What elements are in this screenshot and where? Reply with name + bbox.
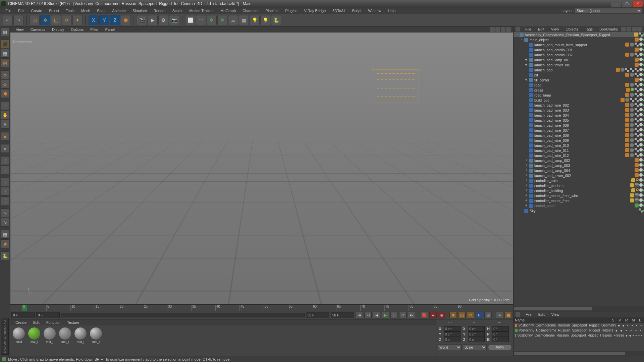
tag-o-icon[interactable] — [625, 43, 629, 47]
object-name[interactable]: controller_train — [534, 179, 639, 183]
layer-flag-icon[interactable]: ▪ — [634, 328, 638, 333]
add-spline-button[interactable]: 〰 — [196, 15, 206, 25]
tree-row[interactable]: launch_pad_wire_011 — [514, 148, 644, 153]
menu-motion-tracker[interactable]: Motion Tracker — [186, 8, 217, 13]
tag-o-icon[interactable] — [625, 128, 629, 132]
object-name[interactable]: launch_pad_wire_005 — [534, 118, 639, 122]
tree-row[interactable]: launch_pad_wire_007 — [514, 128, 644, 133]
menu-animate[interactable]: Animate — [109, 8, 129, 13]
tag-dot-icon[interactable] — [639, 78, 643, 81]
tag-dot-icon[interactable] — [639, 203, 643, 207]
tag-dot-icon[interactable] — [639, 183, 643, 187]
tag-dot-icon[interactable] — [639, 73, 643, 76]
texture-mode-button[interactable]: ▦ — [1, 49, 9, 58]
om-config-icon[interactable] — [516, 27, 520, 32]
layer-flag-icon[interactable]: ▪ — [633, 334, 634, 338]
object-name[interactable]: launch_pad_wire_006 — [534, 123, 639, 127]
edge-mode-button[interactable]: ⬙ — [1, 80, 9, 88]
expand-icon[interactable]: + — [524, 78, 528, 82]
object-name[interactable]: main_object — [530, 38, 639, 42]
mat-menu-function[interactable]: Function — [43, 320, 64, 325]
axis-z-button[interactable]: Z — [110, 15, 120, 25]
tree-row[interactable]: road — [514, 82, 644, 87]
object-name[interactable]: launch_pad_wire_012 — [534, 154, 639, 158]
material-item[interactable]: mat_i — [58, 327, 72, 344]
tag-o-icon[interactable] — [625, 93, 629, 97]
tag-chk-icon[interactable] — [635, 108, 639, 112]
menu-script[interactable]: Script — [348, 8, 365, 13]
filter4-button[interactable]: ⋮ — [1, 178, 9, 186]
menu-edit[interactable]: Edit — [15, 8, 28, 13]
viewport-pan-icon[interactable] — [495, 27, 500, 32]
expand-icon[interactable] — [524, 143, 528, 147]
tree-row[interactable]: launch_pad_wire_003 — [514, 108, 644, 113]
key-param-button[interactable]: P — [476, 312, 483, 318]
tag-dot-icon[interactable] — [639, 68, 643, 71]
tree-row[interactable]: road_lamp — [514, 93, 644, 98]
tag-o-icon[interactable] — [625, 83, 629, 87]
tag-no-icon[interactable] — [636, 178, 639, 181]
om-menu-tags[interactable]: Tags — [582, 27, 596, 32]
layer-row[interactable]: Vostochny_Cosmodrome_Russian_Spaceport_R… — [514, 333, 644, 338]
tree-row[interactable]: +launch_pad_lamp_003 — [514, 163, 644, 168]
layer-flag-icon[interactable]: ▪ — [641, 334, 642, 338]
axis-x-button[interactable]: X — [89, 15, 99, 25]
tag-gray-icon[interactable] — [630, 138, 634, 142]
menu-select[interactable]: Select — [46, 8, 63, 13]
layer-row[interactable]: Vostochny_Cosmodrome_Russian_Spaceport_R… — [514, 328, 644, 333]
menu-character[interactable]: Character — [239, 8, 262, 13]
tag-dot-icon[interactable] — [639, 98, 643, 101]
snap-button[interactable]: S — [1, 120, 9, 129]
tag-dot-icon[interactable] — [639, 173, 643, 177]
fcurve-button[interactable]: ∿ — [496, 312, 503, 318]
tag-dot-icon[interactable] — [639, 193, 643, 197]
layer-flag-icon[interactable]: ● — [618, 323, 621, 327]
tag-gray-icon[interactable] — [630, 53, 634, 57]
tree-row[interactable]: +controller_mount_front_wire — [514, 193, 644, 198]
tree-row[interactable]: launch_pad_details_001 — [514, 47, 644, 52]
tree-row[interactable]: launch_pad — [514, 67, 644, 72]
render-pv-button[interactable]: 📷 — [169, 15, 179, 25]
menu-tools[interactable]: Tools — [62, 8, 78, 13]
menu-v-ray-bridge[interactable]: V-Ray Bridge — [301, 8, 329, 13]
tag-dot-icon[interactable] — [639, 113, 643, 116]
tag-dot-icon[interactable] — [639, 123, 643, 126]
om-menu-objects[interactable]: Objects — [562, 27, 581, 32]
tag-o-icon[interactable] — [625, 118, 629, 122]
viewport-solo-button[interactable]: ▦ — [1, 230, 9, 239]
tag-lines-icon[interactable] — [635, 193, 639, 197]
material-item[interactable]: mat_i — [89, 327, 103, 344]
object-name[interactable]: launch_pad_lamp_001 — [534, 58, 639, 62]
expand-icon[interactable]: + — [524, 174, 528, 178]
window-maximize-button[interactable]: ▢ — [622, 1, 632, 7]
tree-row[interactable]: +fill_center — [514, 77, 644, 82]
axis-y-button[interactable]: Y — [99, 15, 109, 25]
layer-flag-icon[interactable]: ▪ — [640, 323, 643, 327]
object-name[interactable]: controller_mount_front_wire — [534, 194, 639, 198]
tag-dot-icon[interactable] — [639, 178, 643, 182]
make-editable-button[interactable]: ▨ — [1, 27, 9, 36]
layer-flag-icon[interactable]: ▪ — [635, 323, 638, 327]
expand-icon[interactable] — [524, 83, 528, 87]
menu-window[interactable]: Window — [365, 8, 384, 13]
expand-icon[interactable]: + — [524, 184, 528, 188]
rot-h-field[interactable] — [492, 326, 509, 331]
om-menu-view[interactable]: View — [548, 27, 562, 32]
expand-icon[interactable] — [524, 53, 528, 57]
timeline-ruler[interactable]: 051015202530354045505560657075808590 — [10, 305, 513, 311]
expand-icon[interactable] — [520, 209, 524, 213]
object-name[interactable]: controller_mount_front — [534, 199, 639, 203]
expand-icon[interactable] — [524, 48, 528, 52]
menu-mesh[interactable]: Mesh — [78, 8, 94, 13]
object-name[interactable]: fill_center — [534, 78, 639, 82]
tag-chk-icon[interactable] — [635, 138, 639, 142]
expand-icon[interactable] — [524, 43, 528, 47]
tree-row[interactable]: +launch_pad_lamp_001 — [514, 57, 644, 62]
tag-chk-icon[interactable] — [635, 148, 639, 152]
add-environment-button[interactable]: ☁ — [228, 15, 238, 25]
tag-o-icon[interactable] — [635, 48, 639, 52]
tag-chk-icon[interactable] — [635, 153, 639, 157]
tag-dot-icon[interactable] — [639, 63, 643, 66]
layer-flag-icon[interactable]: ▪ — [638, 334, 640, 338]
object-name[interactable]: road — [534, 83, 639, 87]
